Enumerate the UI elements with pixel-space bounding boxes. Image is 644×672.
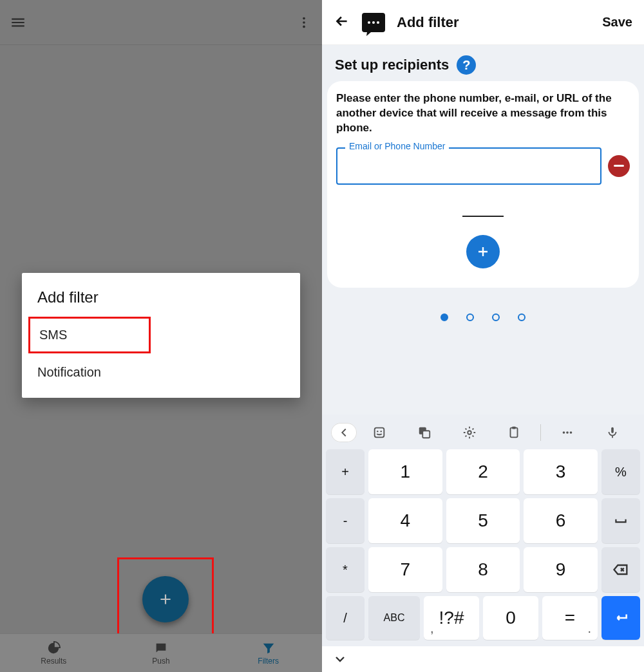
kb-mic-icon[interactable] [590, 425, 635, 440]
svg-point-13 [570, 431, 573, 434]
kb-translate-icon[interactable] [402, 425, 447, 440]
keyboard-collapse-icon[interactable] [322, 646, 644, 672]
kb-clipboard-icon[interactable] [491, 425, 536, 440]
save-button[interactable]: Save [602, 15, 632, 30]
svg-rect-7 [422, 431, 430, 438]
recipient-row: Email or Phone Number [336, 147, 630, 185]
key-slash[interactable]: / [326, 596, 365, 640]
pager-dot-1[interactable] [440, 313, 448, 321]
screen-recipients: Add filter Save Set up recipients ? Plea… [322, 0, 644, 672]
recipients-card: Please enter the phone number, e-mail, o… [327, 81, 639, 288]
key-1[interactable]: 1 [368, 449, 442, 494]
section-header: Set up recipients ? [322, 45, 644, 81]
screen-filters: Add filter SMS Notification Results Push… [0, 0, 322, 672]
fab-highlight [117, 557, 214, 641]
appbar: Add filter Save [322, 0, 644, 45]
kb-expand-icon[interactable] [331, 423, 357, 442]
dialog-title: Add filter [22, 286, 300, 317]
key-symbols[interactable]: ,!?# [424, 596, 479, 640]
add-filter-fab[interactable] [142, 576, 189, 622]
add-filter-dialog: Add filter SMS Notification [22, 273, 300, 398]
kb-separator [540, 424, 541, 441]
svg-point-11 [563, 431, 565, 434]
key-0[interactable]: 0 [483, 596, 538, 640]
keyboard-keys: +123%-456*789 [326, 449, 640, 592]
key-7[interactable]: 7 [368, 547, 442, 592]
pager-dot-2[interactable] [466, 313, 474, 321]
back-icon[interactable] [334, 13, 350, 32]
help-icon[interactable]: ? [457, 55, 476, 75]
recipient-field-wrap: Email or Phone Number [336, 147, 601, 185]
keyboard-bottom-row: /ABC,!?#0=. [326, 596, 640, 640]
divider [462, 216, 504, 217]
nav-results[interactable]: Results [0, 634, 108, 672]
key-backspace[interactable] [601, 547, 640, 592]
kb-sticker-icon[interactable] [357, 425, 402, 440]
key-8[interactable]: 8 [446, 547, 520, 592]
add-recipient-button[interactable] [466, 235, 500, 268]
page-title: Add filter [397, 14, 591, 31]
nav-filters[interactable]: Filters [214, 634, 322, 672]
key-abc[interactable]: ABC [368, 596, 420, 640]
pager-dot-3[interactable] [492, 313, 500, 321]
key-4[interactable]: 4 [368, 498, 442, 543]
svg-rect-10 [513, 427, 516, 429]
svg-point-12 [566, 431, 569, 434]
key-2[interactable]: 2 [446, 449, 520, 494]
svg-rect-3 [375, 428, 384, 438]
key-6[interactable]: 6 [524, 498, 598, 543]
key-asterisk[interactable]: * [326, 547, 365, 592]
kb-settings-icon[interactable] [447, 425, 492, 440]
recipient-field-label: Email or Phone Number [345, 141, 449, 151]
pager-dot-4[interactable] [518, 313, 526, 321]
nav-push-label: Push [152, 657, 169, 666]
key-9[interactable]: 9 [524, 547, 598, 592]
section-title: Set up recipients [335, 57, 449, 73]
dialog-option-sms[interactable]: SMS [39, 328, 67, 342]
kb-more-icon[interactable] [545, 425, 590, 440]
key-minus[interactable]: - [326, 498, 365, 543]
key-5[interactable]: 5 [446, 498, 520, 543]
key-plus[interactable]: + [326, 449, 365, 494]
svg-rect-9 [511, 428, 518, 438]
svg-point-8 [468, 431, 471, 434]
key-percent[interactable]: % [601, 449, 640, 494]
key-equals[interactable]: =. [542, 596, 598, 640]
svg-point-4 [377, 431, 378, 432]
recipient-input[interactable] [336, 147, 601, 185]
nav-filters-label: Filters [258, 657, 279, 666]
app-logo-icon [362, 13, 385, 32]
dialog-option-notification[interactable]: Notification [22, 353, 300, 391]
soft-keyboard: +123%-456*789 /ABC,!?#0=. [322, 415, 644, 646]
remove-recipient-button[interactable] [608, 155, 630, 177]
dialog-option-sms-highlight: SMS [28, 317, 151, 353]
bottom-nav: Results Push Filters [0, 633, 322, 672]
nav-results-label: Results [41, 657, 66, 666]
svg-point-5 [380, 431, 381, 432]
key-enter[interactable] [601, 596, 640, 640]
keyboard-toolbar [326, 417, 640, 448]
recipients-instruction: Please enter the phone number, e-mail, o… [336, 91, 630, 136]
key-3[interactable]: 3 [524, 449, 598, 494]
nav-push[interactable]: Push [108, 634, 215, 672]
key-space[interactable] [601, 498, 640, 543]
step-pager [322, 288, 644, 329]
svg-rect-14 [611, 427, 614, 433]
